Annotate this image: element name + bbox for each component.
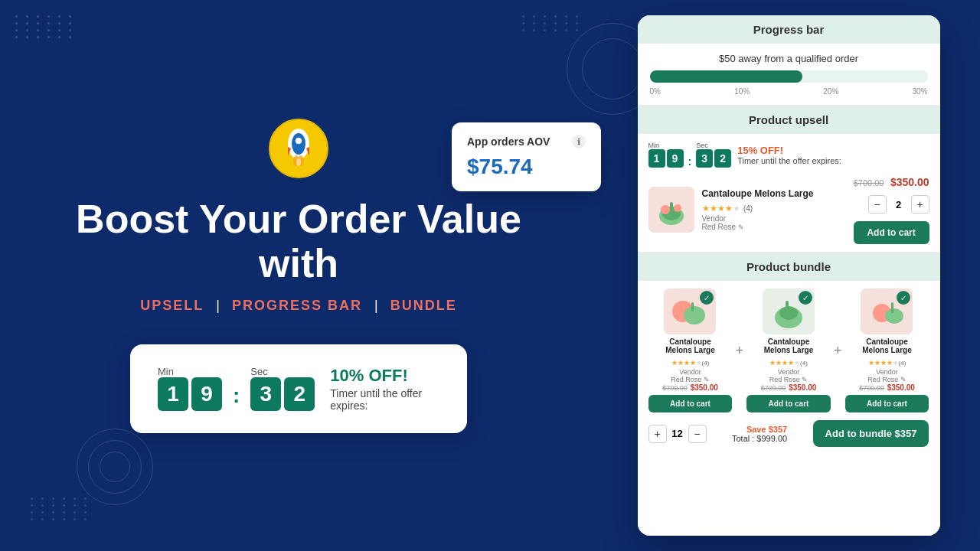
main-title: Boost Your Order Value with [31, 197, 567, 285]
bundle-add-btn-1[interactable]: Add to cart [648, 395, 733, 412]
timer-desc: Timer until the offer expires: [330, 387, 439, 412]
upsell-colon: : [688, 155, 692, 168]
bundle-name-1: CantaloupeMelons Large [665, 337, 714, 354]
bundle-check-2: ✓ [799, 291, 812, 305]
upsell-min-digits: 1 9 [648, 149, 684, 168]
right-panel: Progress bar $50 away from a qualified o… [597, 0, 980, 551]
upsell-qty-value: 2 [891, 199, 906, 210]
upsell-timer-desc: Timer until the offer expires: [737, 156, 929, 165]
device-mockup: Progress bar $50 away from a qualified o… [638, 15, 940, 536]
product-img-placeholder [648, 187, 694, 233]
bundle-product-1: ✓ CantaloupeMelons Large ★★★★★(4) Vendor… [648, 289, 733, 412]
upsell-offer-text: 15% OFF! Timer until the offer expires: [737, 145, 929, 165]
progress-bar-fill [650, 70, 803, 83]
upsell-vendor-name: Red Rose ✎ [702, 223, 846, 231]
bundle-qty-value: 12 [670, 428, 685, 439]
timer-colon: : [233, 383, 240, 408]
left-panel: Boost Your Order Value with UPSELL | PRO… [0, 0, 597, 551]
upsell-sale-price: $350.00 [890, 176, 929, 188]
bundle-qty-control: + 12 − [648, 425, 707, 443]
upsell-product-image [648, 187, 694, 233]
bundle-sale-1: $350.00 [691, 383, 718, 392]
upsell-section: Min 1 9 : Sec 3 2 [638, 134, 940, 253]
upsell-qty-control: − 2 + [868, 195, 929, 214]
bundle-name-3: CantaloupeMelons Large [862, 337, 911, 354]
upsell-vendor-label: Vendor [702, 214, 846, 223]
bundle-vendor-label-3: Vendor [876, 368, 898, 376]
svg-point-26 [885, 308, 903, 324]
bundle-original-2: $700.00 [761, 384, 786, 392]
progress-ticks: 0% 10% 20% 30% [650, 87, 928, 96]
aov-card: App orders AOV ℹ $75.74 [452, 122, 601, 191]
progress-bar-section: $50 away from a qualified order 0% 10% 2… [638, 44, 940, 106]
upsell-digit-1: 1 [648, 149, 665, 168]
timer-digit-4: 2 [284, 377, 315, 411]
bundle-plus-2: + [834, 343, 842, 359]
bundle-qty-plus-btn[interactable]: + [648, 425, 667, 443]
upsell-digit-4: 2 [714, 149, 731, 168]
bundle-add-to-bundle-btn[interactable]: Add to bundle $357 [813, 420, 929, 447]
upsell-qty-plus-btn[interactable]: + [911, 195, 929, 214]
bundle-prices-1: $700.00 $350.00 [662, 383, 718, 392]
bundle-product-image-3: ✓ [861, 289, 913, 334]
bundle-vendor-name-2: Red Rose ✎ [769, 376, 808, 383]
subtitle-row: UPSELL | PROGRESS BAR | BUNDLE [140, 298, 456, 314]
subtitle-div-1: | [216, 298, 220, 314]
bundle-name-2: CantaloupeMelons Large [764, 337, 813, 354]
subtitle-upsell: UPSELL [140, 298, 204, 314]
svg-point-13 [661, 205, 670, 214]
aov-info-icon: ℹ [572, 135, 586, 148]
timer-digit-3: 3 [250, 377, 281, 411]
upsell-min-label: Min [648, 142, 684, 149]
subtitle-progress-bar: PROGRESS BAR [232, 298, 362, 314]
svg-point-14 [674, 204, 681, 212]
upsell-qty-minus-btn[interactable]: − [868, 195, 887, 214]
upsell-add-to-cart-btn[interactable]: Add to cart [854, 221, 929, 244]
upsell-digit-2: 9 [667, 149, 684, 168]
aov-title: App orders AOV [467, 135, 550, 148]
bundle-vendor-label-1: Vendor [679, 368, 701, 376]
timer-sec-digits: 3 2 [250, 377, 315, 411]
timer-min-label: Min [158, 366, 222, 377]
bundle-qty-minus-btn[interactable]: − [688, 425, 707, 443]
bundle-products-row: ✓ CantaloupeMelons Large ★★★★★(4) Vendor… [648, 289, 929, 412]
upsell-original-price: $700.00 [854, 178, 884, 187]
bundle-section: ✓ CantaloupeMelons Large ★★★★★(4) Vendor… [638, 281, 940, 536]
tick-10: 10% [734, 87, 750, 96]
bundle-product-2: ✓ CantaloupeMelons Large ★★★★★(4) Vendor… [746, 289, 831, 412]
upsell-product-name: Cantaloupe Melons Large [702, 188, 846, 199]
timer-section: Min 1 9 : Sec 3 2 [158, 366, 315, 411]
bundle-product-3: ✓ CantaloupeMelons Large ★★★★★(4) Vendor… [845, 289, 929, 412]
bundle-add-btn-2[interactable]: Add to cart [746, 395, 831, 412]
bundle-save-total: Save $357 Total : $999.00 [732, 425, 787, 443]
subtitle-div-2: | [374, 298, 378, 314]
svg-point-9 [296, 158, 301, 166]
upsell-product-row: Cantaloupe Melons Large ★★★★★ (4) Vendor… [648, 175, 929, 244]
aov-value: $75.74 [467, 155, 586, 179]
bundle-stars-1: ★★★★★(4) [671, 354, 710, 368]
bundle-product-image-1: ✓ [664, 289, 716, 334]
bundle-section-header: Product bundle [638, 253, 940, 281]
upsell-digit-3: 3 [696, 149, 713, 168]
upsell-off-label: 15% OFF! [737, 145, 929, 156]
bundle-total-label: Total : $999.00 [732, 434, 787, 443]
bundle-sale-2: $350.00 [789, 383, 816, 392]
upsell-price-row: $700.00 $350.00 − 2 + Add to cart [854, 175, 929, 244]
bundle-vendor-name-3: Red Rose ✎ [867, 376, 906, 383]
timer-digit-2: 9 [191, 377, 222, 411]
upsell-review-count: (4) [743, 204, 753, 213]
svg-rect-15 [670, 202, 673, 210]
tick-0: 0% [650, 87, 661, 96]
svg-point-4 [295, 137, 302, 145]
upsell-edit-icon: ✎ [738, 223, 744, 231]
upsell-sec-digits: 3 2 [696, 149, 731, 168]
bundle-add-btn-3[interactable]: Add to cart [845, 395, 929, 412]
timer-card: Min 1 9 : Sec 3 2 10 [130, 344, 467, 433]
bundle-prices-3: $700.00 $350.00 [859, 383, 915, 392]
bundle-product-image-2: ✓ [763, 289, 815, 334]
timer-min-digits: 1 9 [158, 377, 222, 411]
timer-offer-text: 10% OFF! Timer until the offer expires: [330, 366, 439, 412]
bundle-vendor-name-1: Red Rose ✎ [671, 376, 710, 383]
bundle-prices-2: $700.00 $350.00 [761, 383, 817, 392]
timer-sec-label: Sec [250, 366, 315, 377]
